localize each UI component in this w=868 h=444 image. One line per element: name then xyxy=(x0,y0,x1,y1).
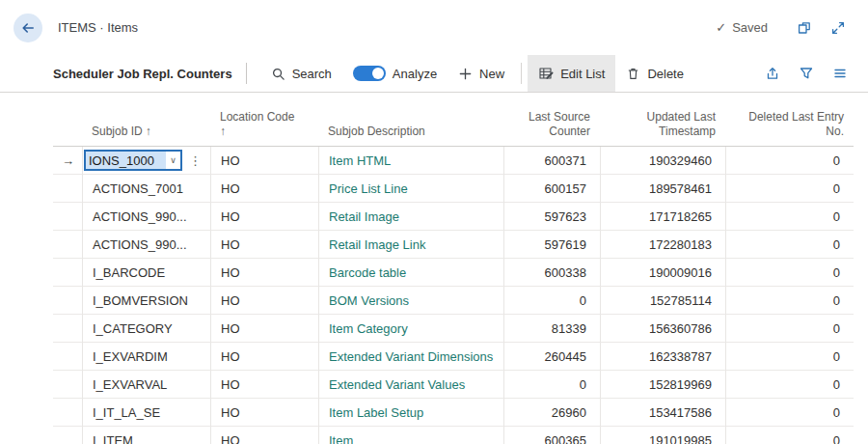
description-link[interactable]: Retail Image Link xyxy=(329,237,425,252)
row-selector-gutter[interactable]: → xyxy=(53,399,82,427)
table-row[interactable]: → ACTIONS_7001 ACTIONS_7001 ∨ ⋮ HO Price… xyxy=(53,175,854,203)
updated-last-timestamp-cell[interactable]: 152785114 xyxy=(600,287,725,315)
subjob-id-cell[interactable]: ACTIONS_990... ACTIONS_990... ∨ ⋮ xyxy=(82,231,210,259)
analyze-toggle-button[interactable]: Analyze xyxy=(342,55,448,92)
last-source-counter-cell[interactable]: 600338 xyxy=(503,259,600,287)
last-source-counter-cell[interactable]: 26960 xyxy=(503,399,600,427)
subjob-id-cell[interactable]: I_BOMVERSION I_BOMVERSION ∨ ⋮ xyxy=(82,287,210,315)
subjob-id-cell[interactable]: I_CATEGORY I_CATEGORY ∨ ⋮ xyxy=(82,315,210,343)
subjob-id-value[interactable]: I_ITEM xyxy=(83,433,133,444)
location-code-cell[interactable]: HO xyxy=(210,371,318,399)
location-code-cell[interactable]: HO xyxy=(210,315,318,343)
location-code-cell[interactable]: HO xyxy=(210,231,318,259)
description-cell[interactable]: Extended Variant Dimensions xyxy=(318,343,503,371)
row-selector-gutter[interactable]: → xyxy=(53,287,82,315)
table-row[interactable]: → I_BOMVERSION I_BOMVERSION ∨ ⋮ HO BOM V… xyxy=(53,287,854,315)
row-selector-gutter[interactable]: → xyxy=(53,175,82,203)
location-code-cell[interactable]: HO xyxy=(210,203,318,231)
deleted-last-entry-no-cell[interactable]: 0 xyxy=(725,147,854,175)
description-link[interactable]: BOM Versions xyxy=(329,293,409,308)
location-code-cell[interactable]: HO xyxy=(210,175,318,203)
description-cell[interactable]: Item xyxy=(318,427,503,444)
column-header-updated-last-timestamp[interactable]: Updated Last Timestamp xyxy=(600,93,725,146)
subjob-id-cell[interactable]: I_ITEM I_ITEM ∨ ⋮ xyxy=(82,427,210,444)
description-cell[interactable]: Item Category xyxy=(318,315,503,343)
updated-last-timestamp-cell[interactable]: 172280183 xyxy=(600,231,725,259)
row-selector-gutter[interactable]: → xyxy=(53,343,82,371)
chevron-down-icon[interactable]: ∨ xyxy=(166,155,180,165)
description-link[interactable]: Barcode table xyxy=(329,265,406,280)
filter-icon[interactable] xyxy=(793,61,819,87)
subjob-id-cell[interactable]: ACTIONS_7001 ACTIONS_7001 ∨ ⋮ xyxy=(82,175,210,203)
table-row[interactable]: → IONS_1000 IONS_1000 ∨ ⋮ HO Item HTML 6… xyxy=(53,147,854,175)
description-link[interactable]: Extended Variant Dimensions xyxy=(329,349,493,364)
description-link[interactable]: Item HTML xyxy=(329,153,391,168)
last-source-counter-cell[interactable]: 600157 xyxy=(503,175,600,203)
subjob-id-editor[interactable]: IONS_1000 ∨ xyxy=(84,150,182,171)
deleted-last-entry-no-cell[interactable]: 0 xyxy=(725,203,854,231)
last-source-counter-cell[interactable]: 0 xyxy=(503,371,600,399)
updated-last-timestamp-cell[interactable]: 156360786 xyxy=(600,315,725,343)
column-header-location-code[interactable]: Location Code↑ xyxy=(210,93,318,146)
deleted-last-entry-no-cell[interactable]: 0 xyxy=(725,371,854,399)
row-selector-gutter[interactable]: → xyxy=(53,315,82,343)
updated-last-timestamp-cell[interactable]: 152819969 xyxy=(600,371,725,399)
open-in-new-window-icon[interactable] xyxy=(791,14,817,41)
column-header-deleted-last-entry-no[interactable]: Deleted Last Entry No. xyxy=(725,93,854,146)
share-icon[interactable] xyxy=(759,61,785,87)
subjob-id-value[interactable]: I_EXVARDIM xyxy=(83,349,168,364)
last-source-counter-cell[interactable]: 81339 xyxy=(503,315,600,343)
location-code-cell[interactable]: HO xyxy=(210,427,318,444)
row-selector-gutter[interactable]: → xyxy=(53,147,82,175)
expand-icon[interactable] xyxy=(825,14,851,41)
row-selector-gutter[interactable]: → xyxy=(53,203,82,231)
location-code-cell[interactable]: HO xyxy=(210,343,318,371)
deleted-last-entry-no-cell[interactable]: 0 xyxy=(725,343,854,371)
column-header-subjob-description[interactable]: Subjob Description xyxy=(318,93,503,146)
updated-last-timestamp-cell[interactable]: 162338787 xyxy=(600,343,725,371)
table-row[interactable]: → I_EXVARDIM I_EXVARDIM ∨ ⋮ HO Extended … xyxy=(53,343,854,371)
table-row[interactable]: → I_ITEM I_ITEM ∨ ⋮ HO Item 600365 19101… xyxy=(53,427,854,444)
table-row[interactable]: → ACTIONS_990... ACTIONS_990... ∨ ⋮ HO R… xyxy=(53,203,854,231)
row-selector-gutter[interactable]: → xyxy=(53,371,82,399)
table-row[interactable]: → ACTIONS_990... ACTIONS_990... ∨ ⋮ HO R… xyxy=(53,231,854,259)
location-code-cell[interactable]: HO xyxy=(210,399,318,427)
list-options-icon[interactable] xyxy=(827,61,853,87)
subjob-id-cell[interactable]: I_EXVARVAL I_EXVARVAL ∨ ⋮ xyxy=(82,371,210,399)
last-source-counter-cell[interactable]: 600365 xyxy=(503,427,600,444)
description-link[interactable]: Price List Line xyxy=(329,181,408,196)
subjob-id-value[interactable]: I_BOMVERSION xyxy=(83,293,188,308)
description-link[interactable]: Item xyxy=(329,433,353,444)
table-row[interactable]: → I_IT_LA_SE I_IT_LA_SE ∨ ⋮ HO Item Labe… xyxy=(53,399,854,427)
column-header-subjob-id[interactable]: Subjob ID↑ xyxy=(82,93,210,146)
subjob-id-value[interactable]: ACTIONS_990... xyxy=(83,237,187,252)
updated-last-timestamp-cell[interactable]: 189578461 xyxy=(600,175,725,203)
delete-button[interactable]: Delete xyxy=(615,55,694,92)
last-source-counter-cell[interactable]: 0 xyxy=(503,287,600,315)
description-cell[interactable]: Barcode table xyxy=(318,259,503,287)
table-row[interactable]: → I_EXVARVAL I_EXVARVAL ∨ ⋮ HO Extended … xyxy=(53,371,854,399)
back-button[interactable] xyxy=(14,14,42,42)
deleted-last-entry-no-cell[interactable]: 0 xyxy=(725,287,854,315)
description-cell[interactable]: Item Label Setup xyxy=(318,399,503,427)
updated-last-timestamp-cell[interactable]: 171718265 xyxy=(600,203,725,231)
deleted-last-entry-no-cell[interactable]: 0 xyxy=(725,231,854,259)
column-header-last-source-counter[interactable]: Last Source Counter xyxy=(503,93,600,146)
row-selector-gutter[interactable]: → xyxy=(53,427,82,444)
edit-list-button[interactable]: Edit List xyxy=(528,55,615,92)
updated-last-timestamp-cell[interactable]: 190009016 xyxy=(600,259,725,287)
subjob-id-cell[interactable]: I_IT_LA_SE I_IT_LA_SE ∨ ⋮ xyxy=(82,399,210,427)
description-cell[interactable]: Price List Line xyxy=(318,175,503,203)
description-cell[interactable]: Extended Variant Values xyxy=(318,371,503,399)
deleted-last-entry-no-cell[interactable]: 0 xyxy=(725,175,854,203)
location-code-cell[interactable]: HO xyxy=(210,147,318,175)
location-code-cell[interactable]: HO xyxy=(210,287,318,315)
subjob-id-value[interactable]: ACTIONS_7001 xyxy=(83,181,183,196)
description-link[interactable]: Extended Variant Values xyxy=(329,377,465,392)
table-row[interactable]: → I_BARCODE I_BARCODE ∨ ⋮ HO Barcode tab… xyxy=(53,259,854,287)
subjob-id-cell[interactable]: ACTIONS_990... ACTIONS_990... ∨ ⋮ xyxy=(82,203,210,231)
deleted-last-entry-no-cell[interactable]: 0 xyxy=(725,315,854,343)
description-link[interactable]: Item Label Setup xyxy=(329,405,423,420)
subjob-id-cell[interactable]: I_BARCODE I_BARCODE ∨ ⋮ xyxy=(82,259,210,287)
table-row[interactable]: → I_CATEGORY I_CATEGORY ∨ ⋮ HO Item Cate… xyxy=(53,315,854,343)
